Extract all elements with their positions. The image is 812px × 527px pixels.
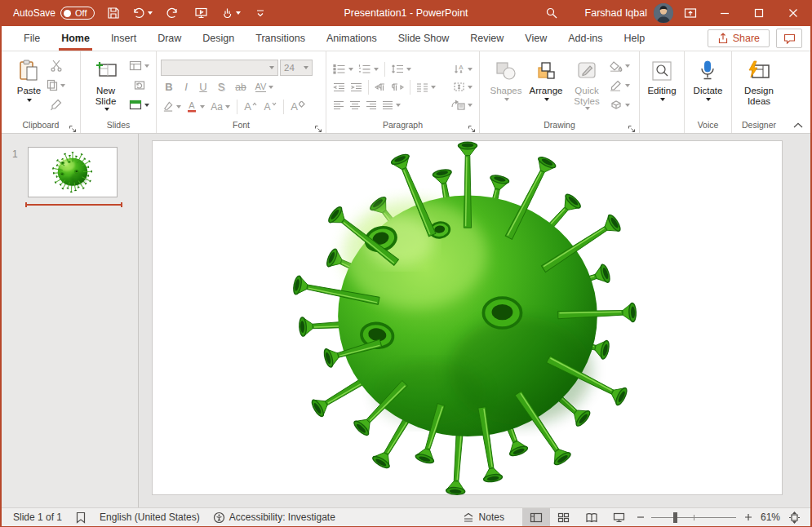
clear-formatting-button[interactable]: A — [288, 98, 308, 115]
save-button[interactable] — [103, 4, 124, 22]
decrease-font-size-button[interactable]: A — [261, 98, 279, 115]
tab-add-ins[interactable]: Add-ins — [557, 26, 613, 51]
section-button[interactable] — [127, 96, 151, 113]
slide-layout-button[interactable] — [127, 57, 151, 74]
slide-canvas[interactable] — [152, 140, 783, 495]
align-left-button[interactable] — [331, 96, 346, 113]
line-spacing-button[interactable] — [389, 60, 413, 78]
increase-font-size-button[interactable]: A — [242, 98, 260, 115]
account-name[interactable]: Farshad Iqbal — [585, 7, 647, 19]
text-direction-button[interactable]: A — [451, 60, 474, 78]
chevron-up-icon — [793, 122, 803, 128]
slide-thumbnail[interactable] — [28, 147, 118, 197]
cut-button[interactable] — [45, 57, 67, 74]
reset-slide-button[interactable] — [127, 77, 151, 94]
font-color-button[interactable]: A — [184, 98, 206, 115]
undo-button[interactable] — [132, 4, 153, 22]
minimize-button[interactable] — [708, 0, 742, 26]
language-button[interactable]: English (United States) — [93, 508, 206, 526]
dictate-button[interactable]: Dictate — [691, 55, 725, 119]
tab-design[interactable]: Design — [192, 26, 245, 51]
slide-indicator[interactable]: Slide 1 of 1 — [10, 508, 69, 526]
share-button[interactable]: Share — [708, 29, 770, 47]
comments-button[interactable] — [776, 29, 802, 48]
shape-fill-button[interactable] — [608, 57, 632, 74]
bold-button[interactable]: B — [161, 78, 177, 95]
strikethrough-button[interactable]: ab — [231, 78, 251, 95]
drawing-dialog-launcher[interactable] — [628, 122, 637, 131]
shape-effects-button[interactable] — [608, 96, 632, 113]
zoom-out-button[interactable] — [633, 508, 648, 526]
numbering-button[interactable] — [357, 60, 380, 78]
slide-thumbnail-panel[interactable]: 1 — [2, 134, 139, 507]
tab-slide-show[interactable]: Slide Show — [388, 26, 460, 51]
search-button[interactable] — [541, 4, 562, 22]
maximize-button[interactable] — [742, 0, 776, 26]
change-case-button[interactable]: Aa — [208, 98, 233, 115]
tab-home[interactable]: Home — [51, 26, 100, 51]
fit-slide-to-window-button[interactable] — [783, 508, 805, 526]
tab-review[interactable]: Review — [459, 26, 514, 51]
start-slideshow-button[interactable] — [191, 4, 212, 22]
increase-indent-button[interactable] — [348, 78, 364, 95]
paste-button[interactable]: Paste — [15, 55, 43, 119]
columns-button[interactable] — [415, 78, 437, 95]
justify-button[interactable] — [380, 96, 402, 113]
text-shadow-button[interactable]: S — [213, 78, 229, 95]
tab-view[interactable]: View — [514, 26, 557, 51]
bullets-button[interactable] — [331, 60, 355, 78]
shapes-button[interactable]: Shapes — [487, 55, 525, 119]
editing-button[interactable]: Editing — [645, 55, 678, 119]
highlight-color-button[interactable] — [161, 98, 183, 115]
align-right-button[interactable] — [364, 96, 379, 113]
character-spacing-button[interactable]: AV — [252, 78, 277, 95]
zoom-in-button[interactable] — [739, 508, 757, 526]
ribbon-display-options-button[interactable] — [673, 0, 708, 26]
slide-canvas-area[interactable] — [139, 134, 810, 507]
close-button[interactable] — [776, 0, 810, 26]
design-ideas-button[interactable]: Design Ideas — [738, 55, 780, 119]
copy-button[interactable] — [45, 77, 67, 94]
align-center-button[interactable] — [348, 96, 362, 113]
zoom-slider-thumb[interactable] — [673, 512, 677, 523]
touch-inking-button[interactable] — [220, 4, 242, 22]
accessibility-checker-button[interactable]: Accessibility: Investigate — [206, 508, 342, 526]
underline-button[interactable]: U — [195, 78, 211, 95]
decrease-indent-button[interactable] — [331, 78, 347, 95]
collapse-ribbon-button[interactable] — [786, 51, 810, 133]
tab-insert[interactable]: Insert — [100, 26, 147, 51]
tab-help[interactable]: Help — [614, 26, 656, 51]
virus-image[interactable] — [283, 141, 652, 495]
right-to-left-button[interactable] — [390, 78, 406, 95]
paragraph-dialog-launcher[interactable] — [468, 122, 477, 131]
zoom-slider[interactable] — [651, 508, 736, 526]
tab-draw[interactable]: Draw — [147, 26, 192, 51]
italic-button[interactable]: I — [179, 78, 193, 95]
notes-button[interactable]: Notes — [456, 508, 511, 526]
zoom-level[interactable]: 61% — [757, 508, 783, 526]
font-name-combo[interactable] — [161, 60, 278, 76]
font-dialog-launcher[interactable] — [314, 122, 324, 131]
slide-sorter-view-button[interactable] — [550, 508, 578, 526]
slideshow-view-button[interactable] — [606, 508, 633, 526]
tab-animations[interactable]: Animations — [316, 26, 388, 51]
clipboard-dialog-launcher[interactable] — [69, 122, 78, 131]
customize-quick-access-button[interactable] — [250, 4, 271, 22]
user-avatar[interactable] — [654, 3, 673, 23]
reading-view-button[interactable] — [578, 508, 606, 526]
tab-file[interactable]: File — [13, 26, 51, 51]
shape-outline-button[interactable] — [608, 77, 632, 94]
arrange-button[interactable]: Arrange — [526, 55, 566, 119]
align-text-button[interactable] — [451, 78, 474, 95]
spell-check-button[interactable] — [69, 508, 93, 526]
normal-view-button[interactable] — [522, 508, 550, 526]
new-slide-button[interactable]: New Slide — [87, 55, 126, 119]
convert-to-smartart-button[interactable] — [449, 96, 474, 113]
font-size-combo[interactable]: 24 — [280, 60, 313, 76]
tab-transitions[interactable]: Transitions — [245, 26, 316, 51]
left-to-right-button[interactable] — [373, 78, 388, 95]
format-painter-button[interactable] — [45, 96, 67, 113]
redo-button[interactable] — [162, 4, 183, 22]
autosave-toggle[interactable]: AutoSave Off — [13, 7, 95, 20]
quick-styles-button[interactable]: Quick Styles — [567, 55, 606, 119]
